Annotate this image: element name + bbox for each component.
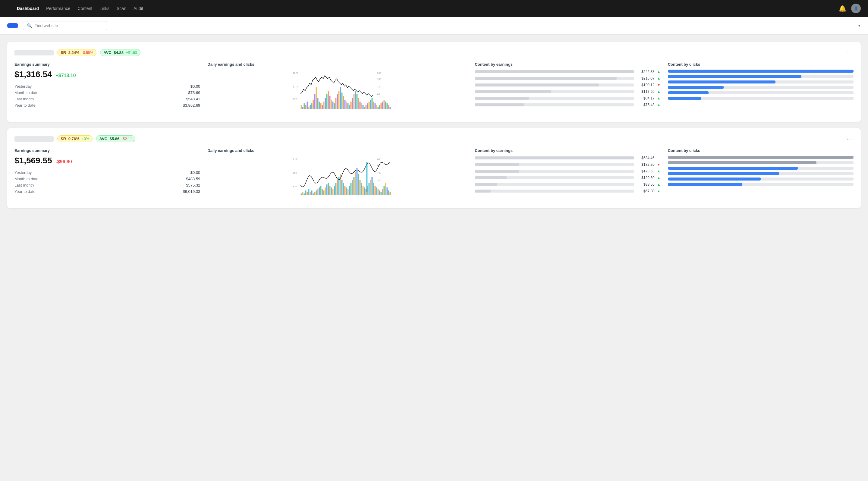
svg-text:120: 120 <box>377 85 381 88</box>
content-clicks-row <box>668 183 854 186</box>
chart-title: Daily earnings and clicks <box>207 62 467 67</box>
svg-rect-41 <box>352 98 353 109</box>
earnings-bar-fill <box>475 90 551 93</box>
card-menu-button[interactable]: ··· <box>846 49 854 56</box>
content-clicks-row <box>668 70 854 73</box>
clicks-bar-fill <box>668 91 709 94</box>
earnings-rows: Yesterday $0.00 Month to date $78.69 Las… <box>14 84 200 107</box>
content-earnings-row: $178.53 ▲ <box>475 169 660 173</box>
earnings-bar-bg <box>475 163 634 166</box>
card-1-header: SR 2.24% -0.58% AVC $4.88 +$1.93 ··· <box>14 49 854 56</box>
date-range-selector[interactable]: ▼ <box>856 24 861 27</box>
svg-rect-134 <box>366 162 368 192</box>
svg-rect-9 <box>304 103 305 109</box>
chart-wrap: $130$55$10800600400200 <box>207 156 467 201</box>
clicks-bar-bg <box>668 86 854 89</box>
svg-rect-114 <box>361 183 362 195</box>
earnings-bar-fill <box>475 156 634 159</box>
nav-scan[interactable]: Scan <box>117 6 126 11</box>
svg-rect-51 <box>367 103 368 109</box>
nav-links[interactable]: Links <box>99 6 110 11</box>
svg-rect-32 <box>338 91 340 109</box>
svg-text:$220: $220 <box>293 72 299 74</box>
svg-rect-15 <box>313 100 314 109</box>
nav-audit[interactable]: Audit <box>133 6 143 11</box>
svg-rect-113 <box>360 180 361 195</box>
clicks-bar-fill <box>668 156 854 159</box>
sr-delta: -0.58% <box>82 51 93 55</box>
content-clicks-row <box>668 97 854 100</box>
svg-text:$130: $130 <box>293 158 299 161</box>
svg-rect-29 <box>334 103 335 109</box>
svg-rect-78 <box>307 192 308 195</box>
svg-rect-87 <box>320 186 321 195</box>
sr-label: SR <box>61 50 66 55</box>
earnings-bar-value: $67.30 <box>637 189 655 193</box>
svg-rect-122 <box>373 183 374 195</box>
sr-value: 0.76% <box>68 136 80 141</box>
notification-bell-icon[interactable]: 🔔 <box>839 5 846 12</box>
content-earnings-row: $117.95 ▲ <box>475 90 660 94</box>
chevron-down-icon: ▼ <box>858 24 861 27</box>
svg-rect-85 <box>317 189 318 195</box>
search-icon: 🔍 <box>27 23 32 28</box>
trend-neutral-icon: — <box>657 156 661 160</box>
svg-rect-37 <box>346 102 347 109</box>
trend-up-icon: ▲ <box>657 189 661 193</box>
svg-rect-48 <box>363 105 364 109</box>
trend-up-icon: ▲ <box>657 169 661 173</box>
svg-rect-102 <box>343 183 344 195</box>
clicks-bar-fill <box>668 75 802 78</box>
svg-rect-49 <box>364 107 365 109</box>
search-input[interactable] <box>34 23 103 28</box>
svg-rect-39 <box>349 105 350 109</box>
svg-rect-55 <box>373 102 374 109</box>
nav-performance[interactable]: Performance <box>46 6 70 11</box>
nav-links: Dashboard Performance Content Links Scan… <box>17 6 829 11</box>
card-menu-button[interactable]: ··· <box>846 135 854 142</box>
chart-title: Daily earnings and clicks <box>207 148 467 153</box>
row-label: Last month <box>14 183 34 188</box>
content-earnings-row: $242.38 ▲ <box>475 70 660 74</box>
svg-rect-27 <box>331 100 332 109</box>
svg-rect-74 <box>301 193 302 195</box>
clicks-bar-fill <box>668 81 775 84</box>
card-1-body: Earnings summary $1,316.54 +$713.10 Yest… <box>14 62 854 115</box>
svg-rect-83 <box>314 192 315 195</box>
earnings-bar-fill <box>475 84 599 87</box>
user-avatar[interactable]: 👤 <box>851 4 861 13</box>
content-clicks-rows <box>668 156 854 186</box>
svg-rect-111 <box>356 168 358 195</box>
svg-rect-76 <box>304 193 305 195</box>
svg-rect-28 <box>333 102 334 109</box>
toolbar: 🔍 ▼ <box>0 17 868 35</box>
svg-rect-42 <box>353 94 355 109</box>
svg-rect-88 <box>322 189 323 195</box>
svg-rect-127 <box>381 192 382 195</box>
earnings-row: Last month $575.32 <box>14 183 200 188</box>
nav-dashboard[interactable]: Dashboard <box>17 6 39 11</box>
svg-rect-129 <box>384 186 385 195</box>
svg-rect-84 <box>316 190 317 195</box>
clicks-bar-bg <box>668 97 854 100</box>
svg-rect-116 <box>364 188 365 195</box>
nav-content[interactable]: Content <box>78 6 92 11</box>
svg-rect-19 <box>319 102 320 109</box>
earnings-row: Last month $548.41 <box>14 97 200 101</box>
svg-rect-45 <box>358 98 359 109</box>
earnings-bar-value: $117.95 <box>637 90 655 94</box>
svg-rect-91 <box>327 185 328 195</box>
svg-rect-46 <box>360 102 361 109</box>
earnings-total-line: $1,316.54 +$713.10 <box>14 70 200 79</box>
earnings-bar-bg <box>475 190 634 193</box>
svg-rect-25 <box>328 91 329 109</box>
clicks-bar-bg <box>668 178 854 181</box>
svg-rect-123 <box>375 186 376 195</box>
add-website-button[interactable] <box>7 23 18 28</box>
svg-text:$10: $10 <box>293 185 297 188</box>
content-by-earnings-col: Content by earnings $634.46 — $182.20 ▼ <box>475 148 660 201</box>
svg-rect-54 <box>372 98 373 109</box>
svg-rect-47 <box>361 103 362 109</box>
svg-rect-50 <box>366 105 367 109</box>
earnings-bar-bg <box>475 70 634 73</box>
